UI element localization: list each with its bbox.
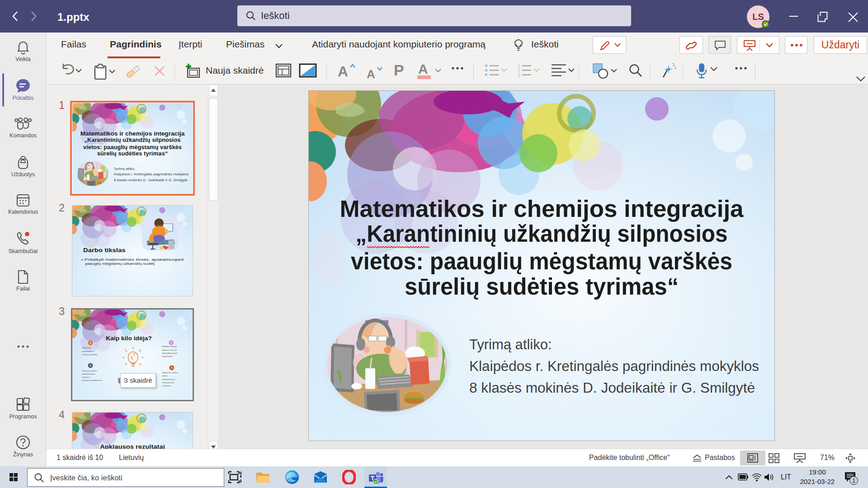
svg-text:A: A — [367, 67, 375, 79]
svg-text:1: 1 — [518, 63, 520, 68]
svg-text:3: 3 — [518, 73, 520, 78]
svg-text:P: P — [394, 63, 404, 78]
svg-text:A: A — [418, 63, 428, 76]
svg-text:2: 2 — [518, 68, 520, 73]
svg-text:A: A — [338, 63, 348, 79]
